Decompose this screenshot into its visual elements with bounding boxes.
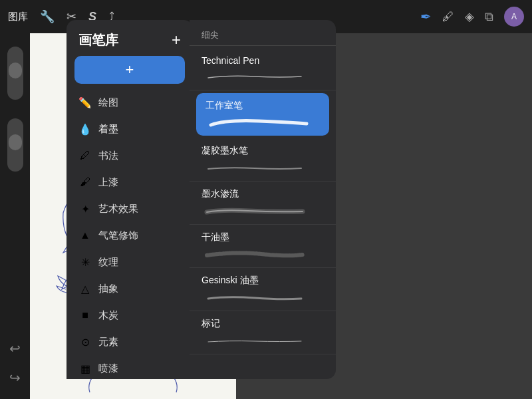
category-airbrush[interactable]: ▲ 气笔修饰 — [66, 222, 193, 249]
brush-section-title: 细尖 — [190, 20, 336, 45]
brush-library-title: 画笔库 — [78, 31, 118, 49]
wrench-icon[interactable]: 🔧 — [40, 9, 55, 24]
brush-category-list: ✏️ 绘图 💧 着墨 🖊 书法 🖌 上漆 ✦ 艺术效果 ▲ 气笔修饰 ✳ 纹理 … — [66, 89, 193, 379]
brush-name-ink-flow: 墨水渗流 — [201, 188, 324, 200]
brush-detail-panel: 细尖 Technical Pen 工作室笔 凝胶墨水笔 墨水渗流 — [190, 20, 336, 379]
brush-library-add-button[interactable]: + — [172, 31, 181, 49]
brush-stroke-technical-pen — [201, 70, 324, 83]
category-abstract-label: 抽象 — [98, 283, 118, 295]
brush-item-ink-flow[interactable]: 墨水渗流 — [190, 182, 336, 225]
abstract-icon: △ — [78, 282, 92, 295]
gallery-label[interactable]: 图库 — [8, 11, 28, 23]
undo-icon[interactable]: ↩ — [9, 340, 21, 356]
brush-name-marker: 标记 — [201, 318, 324, 330]
brush-item-gesinski-ink[interactable]: Gesinski 油墨 — [190, 268, 336, 311]
brush-item-studio-pen[interactable]: 工作室笔 — [196, 93, 329, 136]
airbrush-icon: ▲ — [78, 229, 92, 242]
redo-icon[interactable]: ↪ — [9, 370, 21, 386]
category-spray[interactable]: ▦ 喷漆 — [66, 355, 193, 379]
category-charcoal-label: 木炭 — [98, 309, 118, 322]
category-drawing-label: 绘图 — [98, 96, 118, 109]
texture-icon: ✳ — [78, 255, 92, 269]
drawing-icon: ✏️ — [78, 96, 92, 109]
category-artistic[interactable]: ✦ 艺术效果 — [66, 196, 193, 222]
brush-stroke-dry-ink — [201, 247, 324, 261]
add-brush-button[interactable]: + — [74, 56, 185, 84]
size-slider[interactable] — [7, 118, 23, 172]
brush-item-technical-pen[interactable]: Technical Pen — [190, 49, 336, 90]
avatar[interactable]: A — [504, 7, 524, 27]
category-charcoal[interactable]: ■ 木炭 — [66, 302, 193, 329]
calligraphy-icon: 🖊 — [78, 149, 92, 162]
category-elements[interactable]: ⊙ 元素 — [66, 329, 193, 355]
brush-stroke-gel-pen — [201, 161, 324, 174]
brush-name-gel-pen: 凝胶墨水笔 — [201, 145, 324, 157]
spray-icon: ▦ — [78, 362, 92, 375]
brush-item-dry-ink[interactable]: 干油墨 — [190, 225, 336, 268]
brush-item-gel-pen[interactable]: 凝胶墨水笔 — [190, 138, 336, 182]
toolbar-right: ✒ 🖋 ◈ ⧉ A — [420, 7, 524, 27]
layers-icon[interactable]: ⧉ — [485, 10, 493, 24]
brush-name-technical-pen: Technical Pen — [201, 55, 324, 66]
smudge-icon[interactable]: 🖋 — [442, 10, 454, 24]
draw-pen-icon[interactable]: ✒ — [420, 9, 432, 25]
category-abstract[interactable]: △ 抽象 — [66, 275, 193, 302]
sidebar-bottom-controls: ↩ ↪ — [9, 340, 21, 399]
artistic-icon: ✦ — [78, 202, 92, 215]
brush-name-studio-pen: 工作室笔 — [205, 100, 320, 112]
inking-icon: 💧 — [78, 122, 92, 136]
left-sidebar: ↩ ↪ — [0, 33, 30, 399]
brush-library-header: 画笔库 + — [66, 20, 193, 56]
category-painting[interactable]: 🖌 上漆 — [66, 169, 193, 196]
category-painting-label: 上漆 — [98, 176, 118, 189]
category-calligraphy-label: 书法 — [98, 150, 118, 162]
category-elements-label: 元素 — [98, 336, 118, 348]
category-texture[interactable]: ✳ 纹理 — [66, 249, 193, 275]
brush-name-dry-ink: 干油墨 — [201, 231, 324, 243]
charcoal-icon: ■ — [78, 309, 92, 322]
category-drawing[interactable]: ✏️ 绘图 — [66, 89, 193, 116]
category-artistic-label: 艺术效果 — [98, 203, 138, 215]
category-inking[interactable]: 💧 着墨 — [66, 116, 193, 142]
brush-stroke-marker — [201, 334, 324, 347]
category-calligraphy[interactable]: 🖊 书法 — [66, 142, 193, 169]
elements-icon: ⊙ — [78, 335, 92, 348]
brush-stroke-ink-flow — [201, 204, 324, 217]
category-spray-label: 喷漆 — [98, 362, 118, 375]
brush-library-panel: 画笔库 + + ✏️ 绘图 💧 着墨 🖊 书法 🖌 上漆 ✦ 艺术效果 ▲ 气笔… — [66, 20, 193, 379]
opacity-slider[interactable] — [7, 47, 23, 100]
brush-stroke-studio-pen — [205, 116, 320, 129]
painting-icon: 🖌 — [78, 176, 92, 189]
brush-item-marker[interactable]: 标记 — [190, 311, 336, 354]
category-texture-label: 纹理 — [98, 256, 118, 269]
category-airbrush-label: 气笔修饰 — [98, 229, 138, 242]
brush-stroke-gesinski-ink — [201, 291, 324, 304]
brush-name-gesinski-ink: Gesinski 油墨 — [201, 275, 324, 287]
category-inking-label: 着墨 — [98, 123, 118, 136]
eraser-icon[interactable]: ◈ — [465, 9, 474, 24]
